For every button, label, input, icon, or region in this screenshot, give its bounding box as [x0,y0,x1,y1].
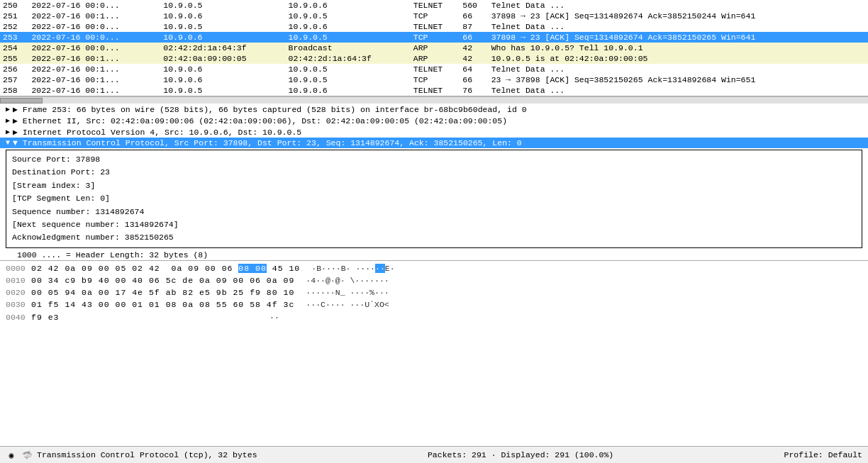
ethernet-detail-text: ▶ Ethernet II, Src: 02:42:0a:09:00:06 (0… [13,116,507,125]
packet-detail: ▶ ▶ Frame 253: 66 bytes on wire (528 bit… [0,104,868,261]
table-row[interactable]: 2562022-07-16 00:1...10.9.0.610.9.0.5TEL… [0,64,868,74]
status-icon-shark: 🦈 [21,450,33,461]
tcp-expanded-box: Source Port: 37898Destination Port: 23[S… [6,150,862,248]
hex-ascii: ·4··@·@· \······· [306,274,389,286]
table-row[interactable]: 2542022-07-16 00:0...02:42:2d:1a:64:3fBr… [0,43,868,53]
ipv4-detail-text: ▶ Internet Protocol Version 4, Src: 10.9… [13,127,301,137]
header-length-line[interactable]: 1000 .... = Header Length: 32 bytes (8) [0,250,868,260]
packet-rows: 2502022-07-16 00:0...10.9.0.510.9.0.6TEL… [0,0,868,96]
hex-ascii: ·· [269,311,279,323]
hex-offset: 0030 [6,299,31,311]
hex-dump: 000002 42 0a 09 00 05 02 42 0a 09 00 06 … [0,261,868,446]
hex-bytes: 00 34 c9 b9 40 00 40 06 5c de 0a 09 00 0… [31,274,294,286]
status-profile-text: Profile: Default [784,450,862,459]
expand-icon-ethernet: ▶ [6,116,10,125]
table-row[interactable]: 2582022-07-16 00:1...10.9.0.510.9.0.6TEL… [0,85,868,96]
tcp-detail-field: Destination Port: 23 [12,166,856,179]
ipv4-detail-line[interactable]: ▶ ▶ Internet Protocol Version 4, Src: 10… [0,126,868,138]
hex-offset: 0020 [6,286,31,299]
tcp-detail-field: [TCP Segment Len: 0] [12,192,856,205]
hex-offset: 0010 [6,274,31,286]
hex-line: 0040f9 e3·· [0,311,868,323]
status-protocol-text: Transmission Control Protocol (tcp), 32 … [37,450,257,459]
table-row[interactable]: 2572022-07-16 00:1...10.9.0.610.9.0.5TCP… [0,74,868,85]
hex-ascii: ·B····B· ······E· [311,262,394,274]
hex-bytes: 02 42 0a 09 00 05 02 42 0a 09 00 06 08 0… [31,262,300,274]
horizontal-scrollbar[interactable] [0,96,868,104]
hex-bytes: f9 e3 [31,311,258,323]
frame-detail-line[interactable]: ▶ ▶ Frame 253: 66 bytes on wire (528 bit… [0,104,868,115]
hex-line: 002000 05 94 0a 00 17 4e 5f ab 82 e5 9b … [0,286,868,299]
hex-ascii: ······N_ ····%··· [306,286,389,299]
tcp-detail-field: Acknowledgment number: 3852150265 [12,231,856,244]
tcp-detail-text: ▼ Transmission Control Protocol, Src Por… [13,138,522,147]
expand-icon-frame: ▶ [6,105,10,113]
hex-line: 001000 34 c9 b9 40 00 40 06 5c de 0a 09 … [0,274,868,286]
table-row[interactable]: 2522022-07-16 00:0...10.9.0.510.9.0.6TEL… [0,21,868,32]
tcp-detail-field: [Next sequence number: 1314892674] [12,218,856,231]
scrollbar-thumb[interactable] [0,98,43,104]
status-bar: ◉ 🦈 Transmission Control Protocol (tcp),… [0,446,868,463]
table-row[interactable]: 2502022-07-16 00:0...10.9.0.510.9.0.6TEL… [0,0,868,11]
expand-icon-ipv4: ▶ [6,128,10,136]
hex-ascii: ···C···· ···U`XO< [306,299,389,311]
hex-bytes: 01 f5 14 43 00 00 01 01 08 0a 08 55 60 5… [31,299,294,311]
status-left: ◉ 🦈 Transmission Control Protocol (tcp),… [6,450,257,461]
hex-bytes: 00 05 94 0a 00 17 4e 5f ab 82 e5 9b 25 f… [31,286,294,299]
tcp-detail-field: Source Port: 37898 [12,153,856,166]
table-row[interactable]: 2532022-07-16 00:0...10.9.0.610.9.0.5TCP… [0,32,868,43]
tcp-expanded-container: Source Port: 37898Destination Port: 23[S… [0,150,868,248]
header-length-text: 1000 .... = Header Length: 32 bytes (8) [17,250,208,260]
hex-offset: 0040 [6,311,31,323]
packet-table: 2502022-07-16 00:0...10.9.0.510.9.0.6TEL… [0,0,868,96]
tcp-detail-field: Sequence number: 1314892674 [12,206,856,218]
status-packets-text: Packets: 291 · Displayed: 291 (100.0%) [428,450,613,459]
hex-offset: 0000 [6,262,31,274]
frame-detail-text: ▶ Frame 253: 66 bytes on wire (528 bits)… [13,104,527,114]
ethernet-detail-line[interactable]: ▶ ▶ Ethernet II, Src: 02:42:0a:09:00:06 … [0,115,868,126]
expand-icon-tcp: ▼ [6,139,10,147]
hex-line: 000002 42 0a 09 00 05 02 42 0a 09 00 06 … [0,262,868,274]
tcp-detail-field: [Stream index: 3] [12,179,856,192]
packet-list: 2502022-07-16 00:0...10.9.0.510.9.0.6TEL… [0,0,868,96]
hex-line: 003001 f5 14 43 00 00 01 01 08 0a 08 55 … [0,299,868,311]
tcp-detail-line[interactable]: ▼ ▼ Transmission Control Protocol, Src P… [0,138,868,148]
table-row[interactable]: 2512022-07-16 00:1...10.9.0.610.9.0.5TCP… [0,11,868,21]
table-row[interactable]: 2552022-07-16 00:1...02:42:0a:09:00:0502… [0,53,868,64]
status-icon-ready: ◉ [6,450,17,461]
